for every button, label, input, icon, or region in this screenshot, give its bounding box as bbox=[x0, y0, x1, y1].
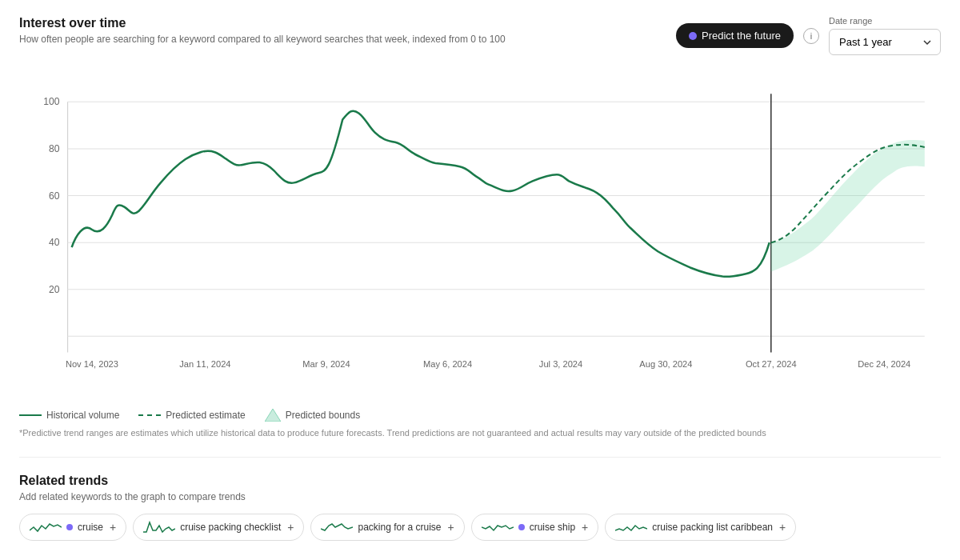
legend-predicted: Predicted estimate bbox=[138, 410, 245, 421]
chip-label-cruise-packing-list-caribbean: cruise packing list caribbean bbox=[652, 522, 773, 533]
legend-historical-label: Historical volume bbox=[46, 410, 119, 421]
legend-solid-line bbox=[19, 414, 42, 416]
related-subtitle: Add related keywords to the graph to com… bbox=[19, 491, 941, 502]
historical-line bbox=[72, 111, 770, 277]
date-range-label: Date range bbox=[829, 16, 941, 26]
chip-label-packing-for-cruise: packing for a cruise bbox=[358, 522, 441, 533]
x-label-aug: Aug 30, 2024 bbox=[639, 359, 692, 369]
predict-future-button[interactable]: Predict the future bbox=[676, 23, 794, 48]
svg-marker-7 bbox=[265, 409, 281, 422]
chip-sparkline-cruise-ship bbox=[482, 519, 514, 535]
chip-cruise-packing-list-caribbean[interactable]: cruise packing list caribbean + bbox=[605, 514, 796, 541]
chip-dot-cruise bbox=[66, 524, 73, 530]
x-label-may: May 6, 2024 bbox=[423, 359, 472, 369]
legend-bounds: Predicted bounds bbox=[265, 409, 360, 422]
chart-svg: 100 80 60 40 20 Nov 14, 2023 Jan 11, 202… bbox=[19, 63, 941, 399]
related-chips-container: cruise + cruise packing checklist + pack… bbox=[19, 514, 941, 541]
related-title: Related trends bbox=[19, 474, 941, 488]
chip-label-cruise-packing-checklist: cruise packing checklist bbox=[180, 522, 281, 533]
predict-dot-icon bbox=[689, 32, 697, 40]
legend-bounds-icon bbox=[265, 409, 281, 422]
chip-plus-caribbean: + bbox=[779, 521, 786, 534]
chip-sparkline-cruise bbox=[30, 519, 62, 535]
chip-cruise-ship[interactable]: cruise ship + bbox=[471, 514, 599, 541]
x-label-jan: Jan 11, 2024 bbox=[179, 359, 230, 369]
y-label-40: 40 bbox=[49, 237, 60, 248]
chip-packing-for-cruise[interactable]: packing for a cruise + bbox=[310, 514, 464, 541]
info-button[interactable]: i bbox=[803, 28, 819, 44]
chip-cruise-packing-checklist[interactable]: cruise packing checklist + bbox=[133, 514, 304, 541]
chip-cruise[interactable]: cruise + bbox=[19, 514, 126, 541]
y-label-100: 100 bbox=[43, 96, 59, 107]
legend-bounds-label: Predicted bounds bbox=[286, 410, 360, 421]
predict-button-label: Predict the future bbox=[702, 30, 781, 42]
legend-dashed-line bbox=[138, 414, 161, 416]
page-title: Interest over time bbox=[19, 16, 506, 30]
chip-plus-packing-for-cruise: + bbox=[448, 521, 454, 534]
chip-label-cruise-ship: cruise ship bbox=[530, 522, 575, 533]
chip-dot-cruise-ship bbox=[518, 524, 525, 530]
chip-label-cruise: cruise bbox=[78, 522, 103, 533]
x-label-mar: Mar 9, 2024 bbox=[302, 359, 350, 369]
legend-historical: Historical volume bbox=[19, 410, 119, 421]
x-label-oct: Oct 27, 2024 bbox=[746, 359, 797, 369]
date-range-select[interactable]: Past 1 year Past 5 years Past 90 days Pa… bbox=[829, 29, 941, 55]
related-trends-section: Related trends Add related keywords to t… bbox=[19, 457, 941, 541]
chip-sparkline-packing-cruise bbox=[321, 519, 353, 535]
legend-predicted-label: Predicted estimate bbox=[166, 410, 245, 421]
chip-sparkline-caribbean bbox=[615, 519, 647, 535]
page-subtitle: How often people are searching for a key… bbox=[19, 34, 506, 45]
x-label-nov: Nov 14, 2023 bbox=[66, 359, 118, 369]
chip-plus-cruise-ship: + bbox=[582, 521, 588, 534]
y-label-20: 20 bbox=[49, 284, 60, 295]
y-label-60: 60 bbox=[49, 190, 60, 202]
chip-plus-cruise-packing-checklist: + bbox=[287, 521, 294, 534]
interest-over-time-chart: 100 80 60 40 20 Nov 14, 2023 Jan 11, 202… bbox=[19, 63, 941, 399]
chart-legend: Historical volume Predicted estimate Pre… bbox=[19, 409, 941, 422]
prediction-bounds-area bbox=[771, 140, 925, 271]
disclaimer-text: *Predictive trend ranges are estimates w… bbox=[19, 428, 941, 438]
y-label-80: 80 bbox=[49, 143, 60, 154]
chip-plus-cruise: + bbox=[110, 521, 116, 534]
chip-sparkline-cruise-packing bbox=[143, 519, 175, 535]
x-label-jul: Jul 3, 2024 bbox=[539, 359, 582, 369]
x-label-dec: Dec 24, 2024 bbox=[858, 359, 910, 369]
